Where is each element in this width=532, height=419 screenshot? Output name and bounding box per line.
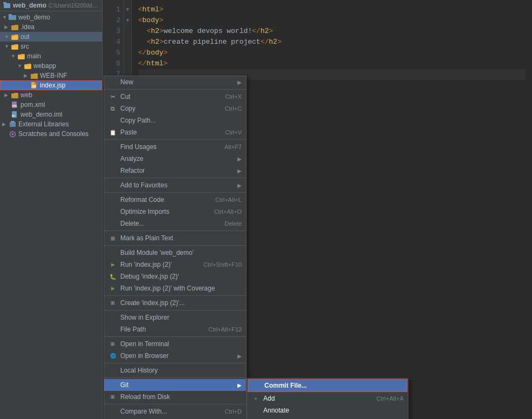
separator xyxy=(104,295,246,296)
commit-icon xyxy=(253,381,261,390)
tree-label-webapp: webapp xyxy=(33,62,56,70)
menu-item-copy-path[interactable]: Copy Path... xyxy=(104,114,246,126)
tree-label-pom: pom.xml xyxy=(21,101,45,109)
tree-item-web_demo[interactable]: ▼ web_demo xyxy=(0,12,102,22)
menu-item-new[interactable]: New ▶ xyxy=(104,76,246,88)
project-icon xyxy=(3,2,11,9)
add-git-icon: + xyxy=(251,394,260,403)
arrow-icon: ▼ xyxy=(4,44,10,49)
menu-item-show-revision[interactable]: Show Current Revision xyxy=(247,416,408,419)
context-menu[interactable]: New ▶ ✂ Cut Ctrl+X ⧉ Copy Ctrl+C Copy Pa… xyxy=(104,76,247,419)
menu-item-run-label: Run 'index.jsp (2)' xyxy=(120,261,199,268)
code-line-3: <h2>welcome devops world!</h2> xyxy=(138,26,526,37)
menu-item-build[interactable]: Build Module 'web_demo' xyxy=(104,247,246,259)
spacer xyxy=(4,112,10,117)
menu-item-file-path-label: File Path xyxy=(120,326,204,333)
menu-item-local-history[interactable]: Local History xyxy=(104,364,246,376)
tree-label-scratches: Scratches and Consoles xyxy=(18,130,88,138)
tree-item-index-jsp[interactable]: JSP index.jsp xyxy=(0,80,102,90)
folder-open-icon xyxy=(11,33,18,40)
menu-item-add-favorites[interactable]: Add to Favorites ▶ xyxy=(104,179,246,191)
menu-item-debug[interactable]: 🐛 Debug 'index.jsp (2)' xyxy=(104,271,246,282)
menu-item-optimize[interactable]: Optimize Imports Ctrl+Alt+O xyxy=(104,206,246,218)
reload-icon: ⊞ xyxy=(108,393,117,401)
separator xyxy=(104,336,246,337)
menu-item-paste-label: Paste xyxy=(120,129,221,136)
code-line-1: <html> xyxy=(138,4,526,15)
svg-point-15 xyxy=(11,133,13,135)
menu-item-add[interactable]: + Add Ctrl+Alt+A xyxy=(247,393,408,404)
terminal-icon: ⊞ xyxy=(108,340,117,348)
tree-label-iml: web_demo.iml xyxy=(21,111,62,118)
menu-item-paste[interactable]: 📋 Paste Ctrl+V xyxy=(104,126,246,138)
new-icon xyxy=(108,78,117,86)
spacer xyxy=(2,131,8,137)
menu-item-create[interactable]: ⊞ Create 'index.jsp (2)'... xyxy=(104,297,246,309)
menu-item-delete[interactable]: Delete... Delete xyxy=(104,218,246,229)
tree-label-ext-libs: External Libraries xyxy=(18,120,69,128)
menu-item-debug-label: Debug 'index.jsp (2)' xyxy=(120,273,242,280)
tree-label-webinf: WEB-INF xyxy=(40,72,67,79)
submenu-arrow: ▶ xyxy=(237,353,242,359)
copy-path-icon xyxy=(108,116,117,125)
tree-label-main: main xyxy=(27,52,41,60)
menu-item-open-browser[interactable]: 🌐 Open in Browser ▶ xyxy=(104,350,246,362)
menu-item-copy-label: Copy xyxy=(120,105,221,112)
find-icon xyxy=(108,143,117,151)
tree-item-webapp[interactable]: ▼ webapp xyxy=(0,61,102,71)
folder-icon xyxy=(11,91,18,99)
submenu-arrow: ▶ xyxy=(237,156,242,162)
menu-item-compare-with[interactable]: Compare With... Ctrl+D xyxy=(104,406,246,417)
menu-item-cut-label: Cut xyxy=(120,93,221,100)
git-submenu[interactable]: Commit File... + Add Ctrl+Alt+A Annotate… xyxy=(247,378,408,419)
arrow-icon: ▶ xyxy=(4,92,10,98)
menu-item-cut[interactable]: ✂ Cut Ctrl+X xyxy=(104,91,246,103)
menu-item-git[interactable]: Git ▶ Commit File... + Add Ctrl+Alt+A xyxy=(104,379,246,391)
tree-item-ext-libs[interactable]: ▶ External Libraries xyxy=(0,119,102,129)
tree-item-main[interactable]: ▼ main xyxy=(0,51,102,61)
mark-icon: ⊞ xyxy=(108,234,117,242)
tree-item-webinf[interactable]: ▶ WEB-INF xyxy=(0,71,102,80)
menu-item-reformat-label: Reformat Code xyxy=(120,196,211,204)
submenu-arrow: ▶ xyxy=(237,382,242,388)
create-icon: ⊞ xyxy=(108,299,117,307)
tree-item-pom[interactable]: XML pom.xml xyxy=(0,100,102,110)
menu-item-commit-file[interactable]: Commit File... xyxy=(248,379,407,392)
project-name: web_demo xyxy=(13,2,46,9)
tree-item-web[interactable]: ▶ web xyxy=(0,90,102,100)
annotate-icon xyxy=(251,406,260,415)
project-path: C:\Users\15205\IdeaProjects\web_demo xyxy=(49,3,99,9)
menu-item-show-explorer[interactable]: Show in Explorer xyxy=(104,312,246,323)
svg-rect-2 xyxy=(3,2,6,4)
project-title-bar: web_demo C:\Users\15205\IdeaProjects\web… xyxy=(0,0,102,11)
tree-item-iml[interactable]: IML web_demo.iml xyxy=(0,110,102,119)
cut-shortcut: Ctrl+X xyxy=(225,93,242,100)
menu-item-create-label: Create 'index.jsp (2)'... xyxy=(120,299,242,307)
tree-item-out[interactable]: ▼ out xyxy=(0,32,102,42)
menu-item-file-path[interactable]: File Path Ctrl+Alt+F12 xyxy=(104,323,246,335)
separator xyxy=(104,139,246,140)
menu-item-open-terminal[interactable]: ⊞ Open in Terminal xyxy=(104,338,246,350)
analyze-icon xyxy=(108,154,117,163)
menu-item-reformat[interactable]: Reformat Code Ctrl+Alt+L xyxy=(104,194,246,206)
tree-item-scratches[interactable]: Scratches and Consoles xyxy=(0,129,102,139)
menu-item-run-coverage[interactable]: ▶ Run 'index.jsp (2)' with Coverage xyxy=(104,282,246,294)
separator xyxy=(104,231,246,231)
xml-file-icon: XML xyxy=(11,101,18,109)
menu-item-copy[interactable]: ⧉ Copy Ctrl+C xyxy=(104,103,246,114)
menu-item-find-usages-label: Find Usages xyxy=(120,143,220,151)
menu-item-reload[interactable]: ⊞ Reload from Disk xyxy=(104,391,246,403)
menu-item-mark-plain[interactable]: ⊞ Mark as Plain Text xyxy=(104,232,246,244)
tree-item-src[interactable]: ▼ src xyxy=(0,42,102,51)
tree-item-idea[interactable]: ▶ .idea xyxy=(0,22,102,32)
menu-item-refactor[interactable]: Refactor ▶ xyxy=(104,165,246,177)
local-history-icon xyxy=(108,366,117,375)
menu-item-git-label: Git xyxy=(120,381,235,389)
menu-item-annotate[interactable]: Annotate xyxy=(247,404,408,416)
menu-item-analyze[interactable]: Analyze ▶ xyxy=(104,153,246,165)
scratch-icon xyxy=(9,130,16,138)
menu-item-find-usages[interactable]: Find Usages Alt+F7 xyxy=(104,141,246,153)
menu-item-run[interactable]: ▶ Run 'index.jsp (2)' Ctrl+Shift+F10 xyxy=(104,259,246,271)
menu-item-annotate-label: Annotate xyxy=(263,407,404,414)
code-line-2: <body> xyxy=(138,15,526,26)
